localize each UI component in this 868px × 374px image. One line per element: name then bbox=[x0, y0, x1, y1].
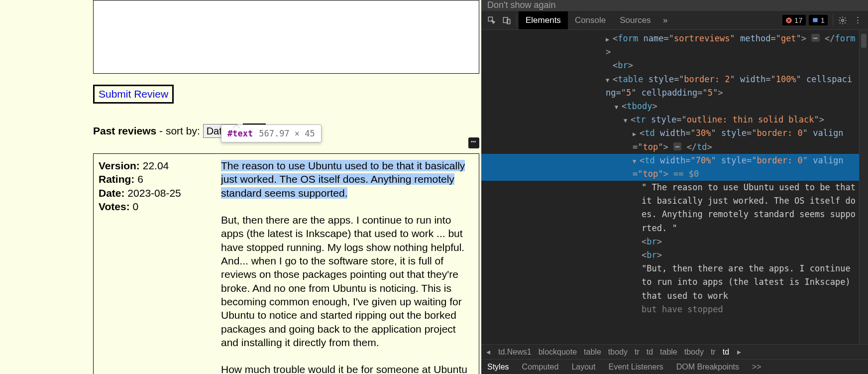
svg-rect-4 bbox=[813, 18, 817, 22]
past-reviews-label: Past reviews bbox=[93, 125, 156, 136]
dom-node[interactable]: <br> bbox=[481, 235, 868, 249]
review-p1-highlighted: The reason to use Ubuntu used to be that… bbox=[221, 160, 465, 199]
btab-event[interactable]: Event Listeners bbox=[608, 363, 663, 372]
date-key: Date: bbox=[99, 187, 125, 199]
version-key: Version: bbox=[99, 160, 140, 171]
inspect-tooltip: #text567.97 × 45 bbox=[221, 125, 322, 142]
crumb[interactable]: td bbox=[647, 348, 653, 357]
tooltip-selector: #text bbox=[227, 128, 253, 138]
info-count-badge[interactable]: 1 bbox=[809, 15, 828, 25]
btab-styles[interactable]: Styles bbox=[487, 363, 509, 372]
btab-dombp[interactable]: DOM Breakpoints bbox=[676, 363, 739, 372]
version-value: 22.04 bbox=[140, 160, 169, 171]
crumb[interactable]: table bbox=[660, 348, 677, 357]
crumb-active[interactable]: td bbox=[723, 348, 729, 357]
info-count: 1 bbox=[821, 16, 825, 24]
page-content: Submit Review Past reviews - sort by: Da… bbox=[0, 0, 481, 374]
crumb[interactable]: tbody bbox=[684, 348, 704, 357]
dom-breadcrumb[interactable]: ◂ td.News1 blockquote table tbody tr td … bbox=[481, 344, 868, 359]
crumb[interactable]: td.News1 bbox=[498, 348, 532, 357]
review-p3: How much trouble would it be for someone… bbox=[221, 364, 473, 374]
tooltip-dimensions: 567.97 × 45 bbox=[259, 128, 315, 138]
btab-more-icon[interactable]: >> bbox=[752, 363, 761, 372]
crumb[interactable]: table bbox=[584, 348, 601, 357]
dom-node[interactable]: ▼<tr style="outline: thin solid black"> bbox=[481, 113, 868, 126]
devtools-toolbar: Elements Console Sources » 17 1 ⋮ bbox=[481, 11, 868, 30]
review-p2: But, then there are the apps. I continue… bbox=[221, 214, 464, 348]
dom-tree[interactable]: ▶<form name="sortreviews" method="get"> … bbox=[481, 30, 868, 316]
sort-by-label: - sort by: bbox=[156, 125, 203, 136]
dom-node[interactable]: <br> bbox=[481, 59, 868, 72]
more-tabs-icon[interactable]: » bbox=[658, 13, 673, 28]
styles-tabbar: Styles Computed Layout Event Listeners D… bbox=[481, 359, 868, 374]
crumb[interactable]: blockquote bbox=[539, 348, 577, 357]
rating-key: Rating: bbox=[99, 173, 134, 185]
review-textarea[interactable] bbox=[93, 0, 479, 74]
btab-computed[interactable]: Computed bbox=[522, 363, 559, 372]
tab-elements[interactable]: Elements bbox=[519, 11, 568, 29]
tab-console[interactable]: Console bbox=[568, 11, 613, 29]
tab-sources[interactable]: Sources bbox=[613, 11, 657, 29]
btab-layout[interactable]: Layout bbox=[571, 363, 595, 372]
rating-value: 6 bbox=[134, 173, 143, 185]
svg-point-5 bbox=[842, 19, 844, 21]
tree-scrollbar[interactable] bbox=[859, 30, 868, 344]
devtools-panel: ⋯ Don't show again Elements Console Sour… bbox=[481, 0, 868, 374]
dom-node[interactable]: <br> bbox=[481, 249, 868, 262]
dom-node[interactable]: ▶<form name="sortreviews" method="get"> … bbox=[481, 32, 868, 59]
banner-dont-show[interactable]: Don't show again bbox=[481, 0, 868, 11]
dom-text-node[interactable]: "But, then there are the apps. I continu… bbox=[481, 262, 868, 316]
crumb[interactable]: tr bbox=[711, 348, 716, 357]
review-meta: Version: 22.04 Rating: 6 Date: 2023-08-2… bbox=[99, 159, 219, 374]
crumb-right-icon[interactable]: ▸ bbox=[736, 347, 742, 357]
settings-icon[interactable] bbox=[835, 13, 850, 28]
date-value: 2023-08-25 bbox=[125, 187, 181, 199]
kebab-icon[interactable]: ⋮ bbox=[850, 13, 865, 28]
crumb[interactable]: tr bbox=[635, 348, 640, 357]
votes-key: Votes: bbox=[99, 201, 130, 212]
votes-value: 0 bbox=[130, 201, 139, 212]
submit-review-button[interactable]: Submit Review bbox=[93, 85, 174, 104]
error-count: 17 bbox=[794, 16, 803, 24]
selected-node-menu-icon[interactable]: ⋯ bbox=[468, 137, 479, 148]
inspect-icon[interactable] bbox=[484, 13, 499, 28]
crumb-left-icon[interactable]: ◂ bbox=[485, 347, 491, 357]
dom-node[interactable]: ▼<tbody> bbox=[481, 100, 868, 113]
dom-text-node[interactable]: " The reason to use Ubuntu used to be th… bbox=[481, 181, 868, 235]
error-count-badge[interactable]: 17 bbox=[782, 15, 806, 25]
dom-node[interactable]: ▶<td width="30%" style="border: 0" valig… bbox=[481, 126, 868, 153]
device-icon[interactable] bbox=[499, 13, 514, 28]
dom-node-selected[interactable]: ▼<td width="70%" style="border: 0" valig… bbox=[481, 154, 868, 181]
crumb[interactable]: tbody bbox=[608, 348, 628, 357]
review-body: The reason to use Ubuntu used to be that… bbox=[221, 159, 474, 374]
review-card: Version: 22.04 Rating: 6 Date: 2023-08-2… bbox=[93, 153, 479, 374]
dom-node[interactable]: ▼<table style="border: 2" width="100%" c… bbox=[481, 73, 868, 100]
